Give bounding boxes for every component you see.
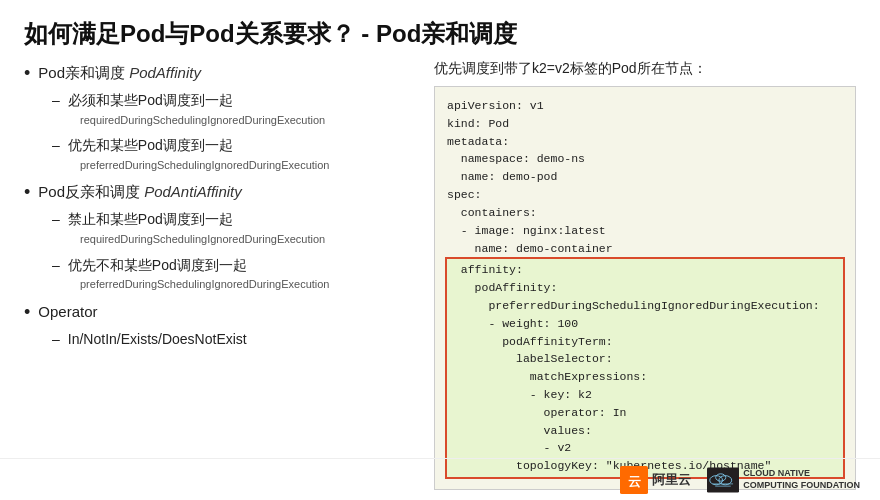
aliyun-logo: 云 阿里云 xyxy=(620,466,691,494)
right-panel: 优先调度到带了k2=v2标签的Pod所在节点： apiVersion: v1 k… xyxy=(434,60,856,460)
code-block: apiVersion: v1 kind: Pod metadata: names… xyxy=(434,86,856,490)
cncf-icon xyxy=(707,466,739,494)
bullet-dot: • xyxy=(24,60,30,87)
svg-rect-2 xyxy=(707,467,739,492)
sub-item-forbid: – 禁止和某些Pod调度到一起 xyxy=(52,208,414,232)
cncf-logo: CLOUD NATIVE COMPUTING FOUNDATION xyxy=(707,466,860,494)
highlighted-code-block: affinity: podAffinity: preferredDuringSc… xyxy=(445,257,845,479)
sub-item-operator: – In/NotIn/Exists/DoesNotExist xyxy=(52,328,414,352)
operator-subs: – In/NotIn/Exists/DoesNotExist xyxy=(52,328,414,352)
aliyun-icon: 云 xyxy=(620,466,648,494)
left-panel: • Pod亲和调度 PodAffinity – 必须和某些Pod调度到一起 re… xyxy=(24,60,414,460)
sub-code-preferred: preferredDuringSchedulingIgnoredDuringEx… xyxy=(80,158,414,173)
bullet-dot-2: • xyxy=(24,179,30,206)
sub-item-required: – 必须和某些Pod调度到一起 xyxy=(52,89,414,113)
bullet-dot-3: • xyxy=(24,299,30,326)
sub-code-avoid: preferredDuringSchedulingIgnoredDuringEx… xyxy=(80,277,414,292)
section-operator: • Operator xyxy=(24,299,414,326)
sub-code-forbid: requiredDuringSchedulingIgnoredDuringExe… xyxy=(80,232,414,247)
section-operator-label: Operator xyxy=(38,299,97,325)
cncf-text: CLOUD NATIVE COMPUTING FOUNDATION xyxy=(743,468,860,491)
pod-affinity-subs: – 必须和某些Pod调度到一起 requiredDuringScheduling… xyxy=(52,89,414,173)
title: 如何满足Pod与Pod关系要求？ - Pod亲和调度 xyxy=(0,0,880,60)
section-pod-affinity: • Pod亲和调度 PodAffinity xyxy=(24,60,414,87)
section-anti-label: Pod反亲和调度 PodAntiAffinity xyxy=(38,179,241,205)
section-label: Pod亲和调度 PodAffinity xyxy=(38,60,201,86)
right-title: 优先调度到带了k2=v2标签的Pod所在节点： xyxy=(434,60,856,78)
svg-text:云: 云 xyxy=(628,473,641,488)
sub-item-preferred: – 优先和某些Pod调度到一起 xyxy=(52,134,414,158)
pod-anti-affinity-subs: – 禁止和某些Pod调度到一起 requiredDuringScheduling… xyxy=(52,208,414,292)
sub-code-required: requiredDuringSchedulingIgnoredDuringExe… xyxy=(80,113,414,128)
footer: 云 阿里云 CLOUD NATIVE COMPUTING FOUNDATION xyxy=(0,458,880,500)
sub-item-avoid: – 优先不和某些Pod调度到一起 xyxy=(52,254,414,278)
aliyun-text: 阿里云 xyxy=(652,471,691,489)
section-pod-anti-affinity: • Pod反亲和调度 PodAntiAffinity xyxy=(24,179,414,206)
